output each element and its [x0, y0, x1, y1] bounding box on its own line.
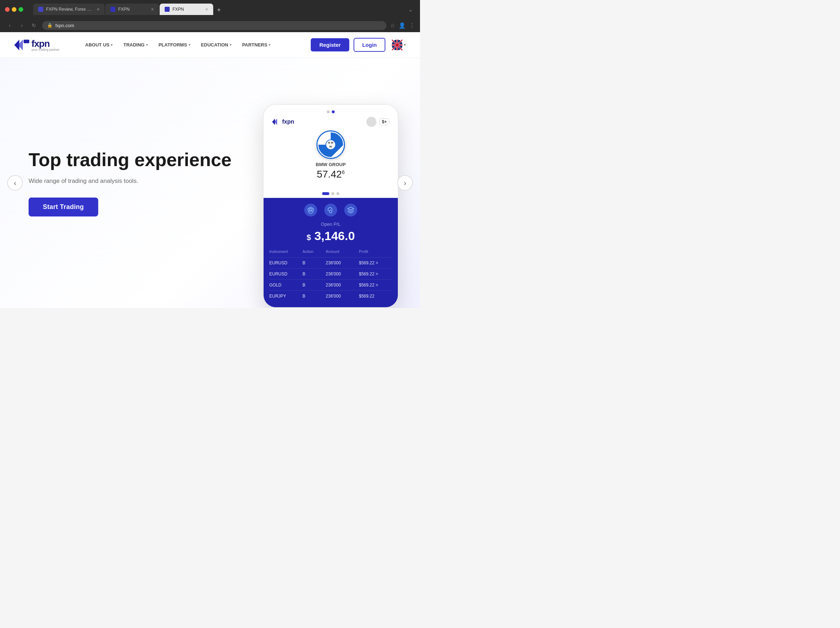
- hero-left: Top trading experience Wide range of tra…: [0, 121, 263, 245]
- bmw-price: 57.426: [317, 169, 345, 180]
- indicator-1: [322, 192, 329, 195]
- nav-partners[interactable]: PARTNERS ▾: [238, 39, 275, 51]
- notch-dot-1: [327, 111, 330, 113]
- lock-icon: 🔒: [47, 23, 52, 28]
- prev-arrow-icon: ‹: [14, 179, 16, 187]
- tab-title-3: FXPN: [172, 7, 201, 12]
- dollar-add-icon: $+: [379, 118, 389, 125]
- svg-text:B M: B M: [328, 141, 333, 144]
- tab-title-1: FXPN Review, Forex Broker&...: [46, 7, 93, 12]
- reload-button[interactable]: ↻: [29, 21, 39, 30]
- nav-education[interactable]: EDUCATION ▾: [197, 39, 236, 51]
- trade-row-2: EURUSD B 236'000 $569.22 >: [269, 268, 392, 279]
- trades-table: Instrument Action Amount Profit EURUSD B…: [269, 248, 392, 302]
- close-button[interactable]: [5, 7, 9, 12]
- tab-title-2: FXPN: [118, 7, 147, 12]
- tab-favicon-3: [165, 7, 170, 12]
- col-action: Action: [303, 249, 326, 254]
- hero-subtitle: Wide range of trading and analysis tools…: [28, 177, 249, 185]
- carousel-prev-button[interactable]: ‹: [7, 175, 23, 191]
- pl-amount: 3,146.0: [314, 229, 355, 242]
- logo-area[interactable]: fxpn your trading partner: [14, 38, 60, 52]
- tabs-bar: FXPN Review, Forex Broker&... × FXPN × F…: [30, 3, 394, 15]
- login-button[interactable]: Login: [354, 38, 385, 52]
- svg-point-19: [309, 209, 312, 210]
- titlebar: FXPN Review, Forex Broker&... × FXPN × F…: [0, 0, 420, 19]
- shield-database-icon: [307, 206, 314, 214]
- bmw-price-sup: 6: [342, 169, 345, 175]
- maximize-button[interactable]: [19, 7, 23, 12]
- panel-icon-3: [344, 204, 357, 217]
- about-us-chevron: ▾: [111, 43, 112, 47]
- open-pl-value: $ 3,146.0: [269, 229, 392, 243]
- tab-list-icon[interactable]: ⌄: [408, 6, 413, 13]
- hero-section: ‹ Top trading experience Wide range of t…: [0, 58, 420, 308]
- trade-row-3: GOLD B 236'000 $569.22 >: [269, 279, 392, 290]
- bmw-name: BMW GROUP: [316, 162, 346, 167]
- nav-about-us[interactable]: ABOUT US ▾: [81, 39, 117, 51]
- main-nav: ABOUT US ▾ TRADING ▾ PLATFORMS ▾ EDUCATI…: [60, 39, 275, 51]
- partners-chevron: ▾: [268, 43, 270, 47]
- menu-icon[interactable]: ⋮: [409, 22, 415, 29]
- forward-button[interactable]: ›: [17, 21, 27, 30]
- col-instrument: Instrument: [269, 249, 303, 254]
- phone-logo: fxpn: [272, 118, 294, 126]
- language-selector[interactable]: ▾: [392, 40, 406, 51]
- new-tab-button[interactable]: +: [214, 5, 224, 15]
- nav-trading[interactable]: TRADING ▾: [119, 39, 152, 51]
- user-icon[interactable]: 👤: [399, 22, 406, 29]
- tab-close-3[interactable]: ×: [205, 6, 208, 12]
- phone-header: fxpn $+: [271, 117, 391, 127]
- register-button[interactable]: Register: [311, 38, 349, 51]
- box-shield-icon: [347, 206, 354, 214]
- lang-chevron: ▾: [404, 43, 406, 47]
- tab-1[interactable]: FXPN Review, Forex Broker&... ×: [33, 3, 105, 15]
- col-amount: Amount: [326, 249, 359, 254]
- trade-1-instrument: EURUSD: [269, 260, 303, 266]
- trade-2-instrument: EURUSD: [269, 272, 303, 277]
- trade-4-profit: $569.22: [359, 294, 392, 299]
- nav-platforms[interactable]: PLATFORMS ▾: [154, 39, 195, 51]
- header-actions: Register Login ▾: [311, 38, 406, 52]
- phone-header-icons: $+: [366, 117, 389, 127]
- minimize-button[interactable]: [12, 7, 16, 12]
- svg-text:W: W: [329, 145, 332, 148]
- carousel-next-button[interactable]: ›: [397, 175, 413, 191]
- tab-3[interactable]: FXPN ×: [159, 3, 213, 15]
- trading-panel: Open P/L $ 3,146.0 Instrument Action Amo…: [264, 198, 398, 307]
- panel-icons: [269, 204, 392, 217]
- tab-close-2[interactable]: ×: [151, 6, 154, 12]
- logo-tagline: your trading partner: [32, 48, 60, 51]
- back-button[interactable]: ‹: [5, 21, 14, 30]
- bookmark-icon[interactable]: ☆: [390, 22, 395, 29]
- url-bar[interactable]: 🔒 fxpn.com: [42, 21, 387, 30]
- panel-icon-2: [324, 204, 337, 217]
- open-pl-label: Open P/L: [269, 221, 392, 227]
- pl-currency: $: [306, 233, 311, 242]
- tab-2[interactable]: FXPN ×: [105, 3, 159, 15]
- phone-notch-area: [271, 111, 391, 113]
- logo-text: fxpn: [32, 38, 50, 49]
- phone-notch: [327, 111, 335, 113]
- trade-3-action: B: [303, 283, 326, 288]
- flag-icon: [392, 40, 403, 51]
- trade-2-profit: $569.22 >: [359, 272, 392, 277]
- trades-header: Instrument Action Amount Profit: [269, 248, 392, 255]
- start-trading-button[interactable]: Start Trading: [28, 198, 98, 217]
- trade-1-action: B: [303, 260, 326, 266]
- trade-2-action: B: [303, 272, 326, 277]
- tab-close-1[interactable]: ×: [97, 6, 99, 12]
- browser-chrome: FXPN Review, Forex Broker&... × FXPN × F…: [0, 0, 420, 32]
- trading-chevron: ▾: [146, 43, 148, 47]
- panel-icon-1: [304, 204, 317, 217]
- url-text: fxpn.com: [55, 23, 74, 28]
- trade-row-4: EURJPY B 236'000 $569.22: [269, 290, 392, 302]
- new-tab-icon: +: [217, 6, 221, 14]
- indicator-2: [332, 192, 334, 195]
- phone-indicators: [264, 192, 398, 195]
- trade-2-amount: 236'000: [326, 272, 359, 277]
- svg-rect-2: [24, 40, 29, 43]
- bmw-logo-svg: B M W: [317, 131, 344, 158]
- phone-logo-text: fxpn: [282, 119, 294, 125]
- trade-3-instrument: GOLD: [269, 283, 303, 288]
